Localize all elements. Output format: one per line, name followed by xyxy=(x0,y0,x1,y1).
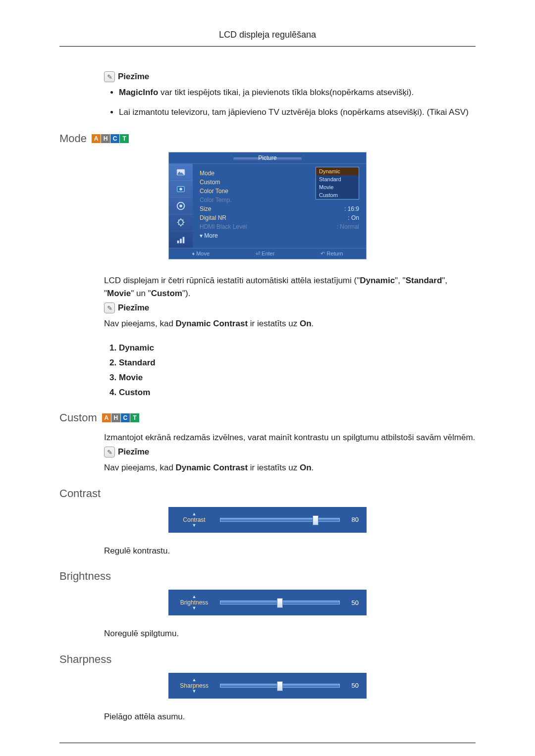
brightness-slider[interactable]: ▲ Brightness ▼ 50 xyxy=(168,590,367,615)
osd-titlebar: Picture xyxy=(169,152,366,164)
osd-row: HDMI Black Level: Normal xyxy=(200,222,359,231)
note-label: Piezīme xyxy=(118,72,149,82)
ahct-badge: A H C T xyxy=(102,413,139,422)
svg-point-4 xyxy=(179,204,182,207)
svg-point-2 xyxy=(179,188,182,191)
down-arrow-icon: ▼ xyxy=(192,523,197,528)
osd-footer: ♦ Move ⏎ Enter ↶ Return xyxy=(169,248,366,259)
down-arrow-icon: ▼ xyxy=(192,689,197,694)
slider-value: 50 xyxy=(345,682,359,689)
section-mode-heading: Mode A H C T xyxy=(59,132,476,145)
slider-thumb[interactable] xyxy=(313,515,319,525)
badge-h: H xyxy=(101,134,110,143)
osd-multi-icon[interactable] xyxy=(169,231,193,248)
list-item: Custom xyxy=(119,388,476,398)
badge-a: A xyxy=(102,413,111,422)
badge-t: T xyxy=(130,413,139,422)
osd-footer-enter: ⏎ Enter xyxy=(256,251,274,257)
section-custom-title: Custom xyxy=(59,411,97,424)
osd-picture-icon[interactable] xyxy=(169,164,193,181)
osd-dropdown-option[interactable]: Standard xyxy=(316,175,359,183)
badge-h: H xyxy=(111,413,120,422)
osd-row-value: : On xyxy=(348,214,359,221)
list-item: Movie xyxy=(119,373,476,383)
bullet-item: Lai izmantotu televizoru, tam jāpievieno… xyxy=(119,106,476,119)
intro-bullets: MagicInfo var tikt iespējots tikai, ja p… xyxy=(119,86,476,118)
slider-label: Contrast xyxy=(183,516,205,523)
note-icon: ✎ xyxy=(104,71,115,82)
slider-value: 50 xyxy=(345,599,359,606)
contrast-text: Regulē kontrastu. xyxy=(104,545,476,557)
footer-rule xyxy=(59,743,476,743)
slider-track[interactable] xyxy=(220,684,340,688)
note-icon: ✎ xyxy=(104,447,115,457)
note-heading: ✎ Piezīme xyxy=(104,302,476,313)
down-arrow-icon: ▼ xyxy=(192,606,197,610)
bullet-text: var tikt iespējots tikai, ja pievienots … xyxy=(158,88,414,97)
osd-row-label: Size xyxy=(200,205,211,212)
list-item: Dynamic xyxy=(119,343,476,353)
section-sharpness-heading: Sharpness xyxy=(59,653,476,666)
osd-dropdown-option[interactable]: Custom xyxy=(316,191,359,199)
svg-rect-7 xyxy=(183,237,185,243)
osd-row-label: Color Tone xyxy=(200,188,228,195)
up-arrow-icon: ▲ xyxy=(192,512,197,516)
slider-value: 80 xyxy=(345,516,359,523)
ahct-badge: A H C T xyxy=(92,134,129,143)
osd-dropdown-option[interactable]: Dynamic xyxy=(316,167,359,175)
osd-row[interactable]: ▾ More xyxy=(200,231,359,240)
contrast-slider[interactable]: ▲ Contrast ▼ 80 xyxy=(168,507,367,533)
section-brightness-heading: Brightness xyxy=(59,570,476,583)
osd-list: ModeCustomColor Tone:Color Temp.Size: 16… xyxy=(193,164,366,248)
mode-description: LCD displejam ir četri rūpnīcā iestatīti… xyxy=(104,274,476,300)
osd-row-label: HDMI Black Level xyxy=(200,223,247,230)
osd-row-label: Digital NR xyxy=(200,214,226,221)
osd-row-label: ▾ More xyxy=(200,232,218,239)
svg-rect-6 xyxy=(180,239,182,243)
mode-options-list: Dynamic Standard Movie Custom xyxy=(119,343,476,398)
bullet-text: Lai izmantotu televizoru, tam jāpievieno… xyxy=(119,107,469,117)
osd-settings-icon[interactable] xyxy=(169,214,193,231)
svg-rect-5 xyxy=(177,240,179,243)
slider-track[interactable] xyxy=(220,518,340,522)
note-icon: ✎ xyxy=(104,302,115,313)
note-heading: ✎ Piezīme xyxy=(104,447,476,457)
sharpness-text: Pielāgo attēla asumu. xyxy=(104,710,476,723)
slider-thumb[interactable] xyxy=(277,598,283,608)
osd-dropdown-option[interactable]: Movie xyxy=(316,183,359,191)
bullet-bold: MagicInfo xyxy=(119,88,158,97)
osd-row: Digital NR: On xyxy=(200,213,359,222)
badge-c: C xyxy=(110,134,119,143)
badge-t: T xyxy=(120,134,129,143)
up-arrow-icon: ▲ xyxy=(192,678,197,682)
bullet-item: MagicInfo var tikt iespējots tikai, ja p… xyxy=(119,86,476,99)
list-item: Standard xyxy=(119,358,476,368)
slider-track[interactable] xyxy=(220,601,340,605)
osd-setup-icon[interactable] xyxy=(169,198,193,214)
page-title: LCD displeja regulēšana xyxy=(59,30,476,47)
badge-c: C xyxy=(121,413,130,422)
osd-footer-return: ↶ Return xyxy=(321,251,343,257)
note-label: Piezīme xyxy=(118,447,149,457)
osd-footer-move: ♦ Move xyxy=(192,251,210,257)
sharpness-slider[interactable]: ▲ Sharpness ▼ 50 xyxy=(168,673,367,699)
osd-row-label: Color Temp. xyxy=(200,197,231,203)
custom-note-text: Nav pieejams, kad Dynamic Contrast ir ie… xyxy=(104,461,476,474)
note-label: Piezīme xyxy=(118,303,149,313)
section-mode-title: Mode xyxy=(59,132,87,145)
osd-sound-icon[interactable] xyxy=(169,181,193,198)
osd-mode-dropdown[interactable]: DynamicStandardMovieCustom xyxy=(316,167,359,200)
osd-row-value: : Normal xyxy=(337,223,359,230)
note-heading: ✎ Piezīme xyxy=(104,71,476,82)
section-custom-heading: Custom A H C T xyxy=(59,411,476,424)
osd-row-value: : 16:9 xyxy=(344,205,359,212)
slider-thumb[interactable] xyxy=(277,681,283,691)
osd-row: Size: 16:9 xyxy=(200,204,359,213)
up-arrow-icon: ▲ xyxy=(192,595,197,599)
custom-description: Izmantojot ekrānā redzamās izvēlnes, var… xyxy=(104,431,476,444)
osd-row-label: Custom xyxy=(200,179,220,186)
mode-note-text: Nav pieejams, kad Dynamic Contrast ir ie… xyxy=(104,317,476,330)
brightness-text: Noregulē spilgtumu. xyxy=(104,627,476,640)
section-contrast-heading: Contrast xyxy=(59,487,476,500)
osd-picture-menu: Picture ModeCustomColor Tone:Color Temp.… xyxy=(168,152,367,259)
